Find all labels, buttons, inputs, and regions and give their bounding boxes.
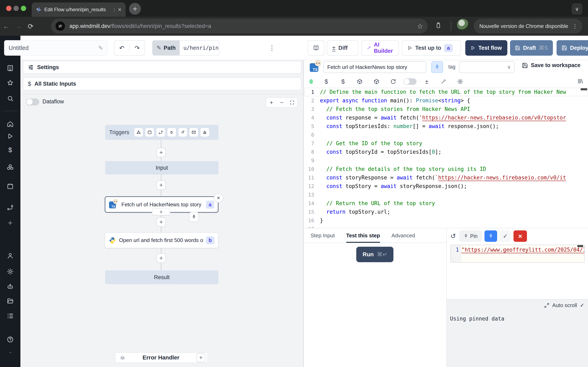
- flow-canvas[interactable]: Settings $ All Static Inputs Dataflow + …: [20, 60, 304, 367]
- scrollbar-thumb[interactable]: [581, 88, 587, 90]
- docs-button[interactable]: [308, 40, 324, 56]
- tab-advanced[interactable]: Advanced: [391, 228, 415, 243]
- add-step-button[interactable]: +: [156, 148, 166, 157]
- all-static-inputs-row[interactable]: $ All Static Inputs: [23, 77, 301, 90]
- new-tab-button[interactable]: +: [129, 3, 141, 15]
- sidebar-item-users[interactable]: [0, 252, 20, 259]
- sidebar-item-settings[interactable]: [0, 268, 20, 275]
- tab-search-chevron-icon[interactable]: ∨: [572, 3, 582, 15]
- test-flow-button[interactable]: Test flow: [465, 40, 507, 56]
- error-handler-node[interactable]: Error Handler +: [115, 352, 208, 363]
- diff-icon[interactable]: ±: [418, 78, 435, 85]
- add-step-button[interactable]: +: [156, 217, 166, 227]
- url-bar[interactable]: app.windmill.dev/flows/edit/u/henri/pin_…: [51, 19, 428, 33]
- browser-tab[interactable]: Edit Flow u/henri/pin_results | ×: [32, 2, 126, 17]
- sidebar-item-workers[interactable]: [0, 283, 20, 290]
- tag-select[interactable]: ∨: [459, 61, 515, 73]
- code-line[interactable]: 7 // Get the ID of the top story: [304, 139, 588, 148]
- confirm-pin-button[interactable]: ✓: [500, 230, 511, 242]
- input-node[interactable]: Input: [105, 161, 218, 175]
- sidebar-item-variables[interactable]: $: [0, 147, 20, 153]
- package-icon[interactable]: [351, 78, 368, 85]
- zoom-out-button[interactable]: −: [277, 99, 287, 106]
- add-error-handler-button[interactable]: +: [196, 353, 205, 362]
- package-icon[interactable]: [368, 78, 385, 85]
- websocket-trigger-icon[interactable]: [167, 128, 176, 137]
- sidebar-item-resources[interactable]: [0, 164, 20, 171]
- add-step-button[interactable]: +: [156, 253, 166, 263]
- code-line[interactable]: 5 const topStoriesIds: number[] = await …: [304, 122, 588, 131]
- step-title-input[interactable]: Fetch url of HackerNews top story: [323, 61, 426, 73]
- sidebar-item-schedules[interactable]: [0, 183, 20, 190]
- sidebar-item-favorites[interactable]: [0, 79, 20, 86]
- sidebar-item-routes[interactable]: [0, 204, 20, 211]
- tab-close-icon[interactable]: ×: [118, 7, 121, 13]
- code-line[interactable]: 15 return topStory.url;: [304, 208, 588, 216]
- code-line[interactable]: 12 const topStory = await storyResponse.…: [304, 182, 588, 191]
- pin-toggle-button[interactable]: [431, 61, 443, 73]
- draft-button[interactable]: Draft ⌘S: [510, 40, 553, 56]
- ai-wand-icon[interactable]: [435, 79, 452, 84]
- sidebar-item-add[interactable]: +: [0, 219, 20, 227]
- triggers-node[interactable]: Triggers: [105, 125, 218, 140]
- fit-view-button[interactable]: [287, 100, 297, 105]
- history-icon[interactable]: ↺: [450, 232, 456, 240]
- delete-step-icon[interactable]: ×: [214, 193, 223, 203]
- kafka-trigger-icon[interactable]: [178, 128, 187, 137]
- tab-step-input[interactable]: Step Input: [311, 228, 335, 243]
- toolbar-more-icon[interactable]: ⋮: [268, 40, 276, 56]
- code-line[interactable]: 13: [304, 191, 588, 199]
- code-line[interactable]: 2export async function main(): Promise<s…: [304, 96, 588, 105]
- site-info-icon[interactable]: [56, 21, 65, 31]
- pin-active-button[interactable]: [484, 230, 497, 242]
- schedule-trigger-icon[interactable]: [145, 128, 154, 137]
- dataflow-toggle[interactable]: [26, 99, 39, 105]
- sidebar-expand-icon[interactable]: →: [0, 350, 20, 354]
- traffic-light-close[interactable]: [6, 6, 11, 11]
- resources-icon[interactable]: $: [335, 78, 351, 85]
- code-line[interactable]: 3 // Fetch the top stories from Hacker N…: [304, 105, 588, 113]
- run-button[interactable]: Run ⌘↵: [356, 247, 393, 262]
- flow-settings-row[interactable]: Settings: [23, 61, 301, 74]
- code-line[interactable]: 1// Define the main function to fetch th…: [304, 88, 588, 96]
- sidebar-item-home[interactable]: [0, 120, 20, 127]
- editor-settings-gear-icon[interactable]: [452, 78, 468, 85]
- redo-button[interactable]: ↷: [129, 44, 145, 52]
- sidebar-item-help[interactable]: [0, 336, 20, 343]
- scrollbar-thumb[interactable]: [577, 245, 583, 247]
- code-line[interactable]: 11 const storyResponse = await fetch(`ht…: [304, 173, 588, 182]
- http-route-trigger-icon[interactable]: [156, 128, 165, 137]
- code-line[interactable]: 9: [304, 156, 588, 165]
- email-trigger-icon[interactable]: [189, 128, 198, 137]
- sidebar-item-folders[interactable]: [0, 298, 20, 304]
- back-icon[interactable]: ←: [0, 22, 12, 30]
- code-line[interactable]: 16}: [304, 216, 588, 225]
- traffic-light-minimize[interactable]: [13, 6, 19, 11]
- expand-step-chevron-icon[interactable]: ∨: [152, 208, 170, 215]
- forward-icon[interactable]: →: [12, 22, 25, 30]
- deploy-button[interactable]: Deploy: [557, 40, 588, 56]
- sidebar-item-logs[interactable]: [0, 312, 20, 319]
- sidebar-item-workspace[interactable]: [0, 65, 20, 72]
- flow-name-box[interactable]: Untitled ✎: [4, 40, 108, 56]
- zoom-in-button[interactable]: +: [266, 99, 277, 106]
- add-step-button[interactable]: +: [156, 180, 166, 190]
- diff-button[interactable]: ± Diff: [327, 40, 358, 56]
- tab-test-this-step[interactable]: Test this step: [346, 228, 380, 243]
- webhook-trigger-icon[interactable]: [134, 128, 143, 137]
- code-line[interactable]: 6: [304, 131, 588, 139]
- code-line[interactable]: 10 // Fetch the details of the top story…: [304, 165, 588, 173]
- save-to-workspace-button[interactable]: Save to workspace: [522, 62, 580, 68]
- edit-name-pencil-icon[interactable]: ✎: [98, 45, 103, 51]
- step-pin-button[interactable]: [189, 212, 199, 222]
- library-icon[interactable]: [577, 78, 584, 84]
- ai-builder-button[interactable]: AI Builder: [361, 40, 399, 56]
- chrome-update-chip[interactable]: Nouvelle version de Chrome disponible ⋮: [474, 19, 582, 33]
- code-editor[interactable]: 1// Define the main function to fetch th…: [304, 88, 588, 228]
- poll-trigger-icon[interactable]: [200, 128, 209, 137]
- variables-icon[interactable]: $: [318, 78, 335, 85]
- result-node[interactable]: Result: [105, 270, 218, 284]
- step-node-b[interactable]: Open url and fetch first 500 words of ..…: [105, 233, 218, 248]
- profile-avatar[interactable]: [457, 19, 469, 31]
- path-label-segment[interactable]: ✎Path: [153, 41, 180, 55]
